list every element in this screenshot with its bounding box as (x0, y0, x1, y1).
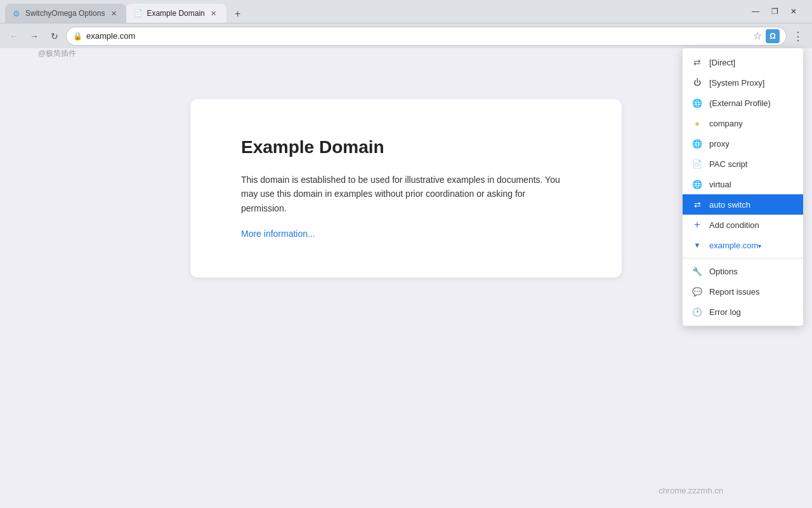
direct-label: [Direct] (709, 58, 794, 67)
reload-button[interactable]: ↻ (46, 27, 63, 45)
tabs-bar: ⚙ SwitchyOmega Options ✕ 📄 Example Domai… (5, 0, 747, 23)
menu-item-auto-switch[interactable]: ⇄ auto switch (683, 194, 803, 215)
forward-button[interactable]: → (25, 27, 43, 45)
menu-item-system-proxy[interactable]: ⏻ [System Proxy] (683, 72, 803, 93)
direct-icon: ⇄ (691, 57, 703, 68)
tab-close-1[interactable]: ✕ (108, 8, 119, 18)
minimize-button[interactable]: — (747, 3, 764, 20)
menu-item-company[interactable]: ● company (683, 113, 803, 133)
tab-title-2: Example Domain (147, 9, 204, 18)
options-label: Options (709, 267, 794, 276)
bookmark-icon[interactable]: ☆ (753, 30, 762, 42)
menu-item-add-condition[interactable]: + Add condition (683, 215, 803, 235)
system-proxy-icon: ⏻ (691, 77, 703, 88)
url-container[interactable]: 🔒 ☆ Ω (66, 27, 787, 46)
tab-favicon-1: ⚙ (13, 9, 22, 18)
chrome-frame: ⚙ SwitchyOmega Options ✕ 📄 Example Domai… (0, 0, 812, 48)
menu-item-pac-script[interactable]: 📄 PAC script (683, 154, 803, 174)
menu-item-direct[interactable]: ⇄ [Direct] (683, 52, 803, 72)
window-controls: — ❐ ✕ (747, 3, 802, 20)
virtual-icon: 🌐 (691, 178, 703, 190)
more-info-link[interactable]: More information... (241, 229, 315, 239)
back-button[interactable]: ← (5, 27, 23, 45)
virtual-label: virtual (709, 180, 794, 189)
omega-icon[interactable]: Ω (766, 29, 780, 43)
dropdown-menu: ⇄ [Direct] ⏻ [System Proxy] 🌐 (External … (683, 48, 803, 326)
tab-example-domain[interactable]: 📄 Example Domain ✕ (126, 4, 226, 23)
menu-item-external-profile[interactable]: 🌐 (External Profile) (683, 93, 803, 113)
report-issues-icon: 💬 (691, 286, 703, 297)
secure-icon: 🔒 (73, 32, 82, 41)
address-bar: ← → ↻ 🔒 ☆ Ω ⋮ (0, 23, 812, 48)
auto-switch-label: auto switch (709, 200, 794, 210)
title-bar: ⚙ SwitchyOmega Options ✕ 📄 Example Domai… (0, 0, 812, 23)
company-icon: ● (691, 117, 703, 129)
proxy-label: proxy (709, 139, 794, 149)
bottom-watermark: chrome.zzzmh.cn (658, 486, 723, 495)
tab-title-1: SwitchyOmega Options (25, 9, 105, 18)
company-label: company (709, 119, 794, 128)
external-profile-label: (External Profile) (709, 98, 794, 108)
pac-script-label: PAC script (709, 159, 794, 169)
menu-divider (683, 258, 803, 258)
example-com-icon: ▼ (691, 239, 703, 251)
pac-script-icon: 📄 (691, 158, 703, 170)
menu-item-virtual[interactable]: 🌐 virtual (683, 174, 803, 194)
tab-switchyomega[interactable]: ⚙ SwitchyOmega Options ✕ (5, 4, 126, 23)
new-tab-button[interactable]: + (229, 5, 247, 23)
example-card: Example Domain This domain is establishe… (190, 99, 622, 277)
add-condition-icon: + (691, 219, 703, 231)
error-log-icon: 🕐 (691, 306, 703, 318)
menu-item-example-com[interactable]: ▼ example.com▾ (683, 235, 803, 255)
menu-item-proxy[interactable]: 🌐 proxy (683, 133, 803, 154)
page-title: Example Domain (241, 137, 571, 157)
system-proxy-label: [System Proxy] (709, 78, 794, 88)
report-issues-label: Report issues (709, 287, 794, 297)
external-profile-icon: 🌐 (691, 97, 703, 109)
auto-switch-icon: ⇄ (691, 199, 703, 210)
url-input[interactable] (86, 31, 749, 41)
example-com-label: example.com▾ (709, 241, 794, 250)
tab-close-2[interactable]: ✕ (209, 8, 219, 18)
restore-button[interactable]: ❐ (766, 3, 783, 20)
add-condition-label: Add condition (709, 220, 794, 230)
proxy-icon: 🌐 (691, 138, 703, 149)
close-button[interactable]: ✕ (785, 3, 802, 20)
tab-favicon-2: 📄 (134, 9, 143, 18)
error-log-label: Error log (709, 307, 794, 317)
menu-item-report-issues[interactable]: 💬 Report issues (683, 281, 803, 302)
chrome-menu-button[interactable]: ⋮ (789, 27, 807, 45)
options-icon: 🔧 (691, 265, 703, 277)
menu-item-options[interactable]: 🔧 Options (683, 261, 803, 281)
watermark: @极简插件 (38, 48, 76, 59)
page-paragraph: This domain is established to be used fo… (241, 173, 571, 215)
menu-item-error-log[interactable]: 🕐 Error log (683, 302, 803, 322)
